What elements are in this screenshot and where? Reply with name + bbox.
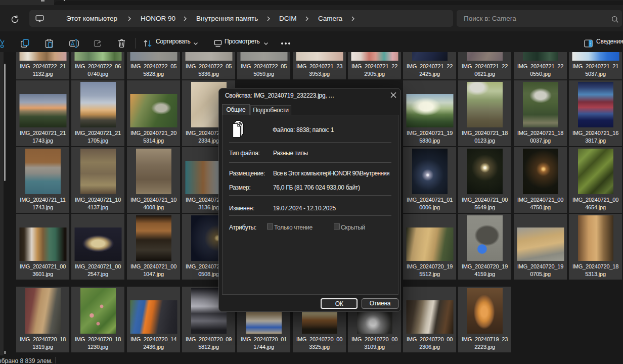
svg-text:A: A: [71, 40, 74, 47]
